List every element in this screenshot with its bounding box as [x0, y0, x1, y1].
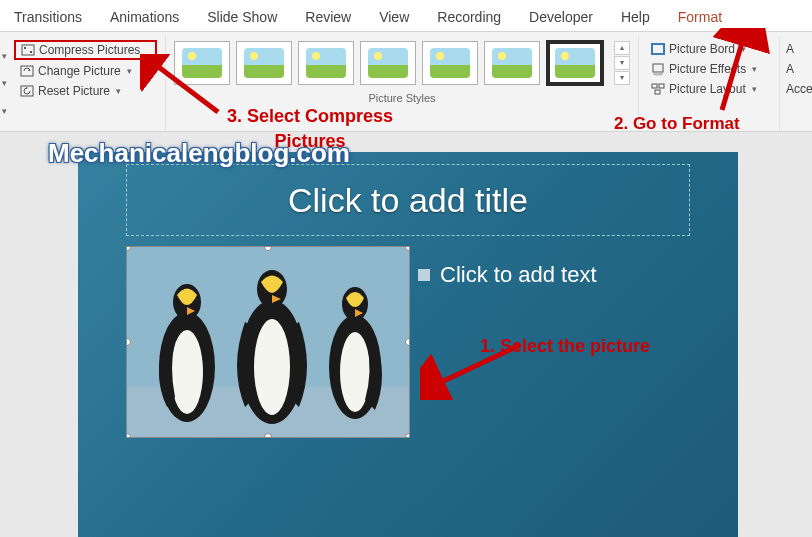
picture-format-group: Picture Bord ▾ Picture Effects ▾ Picture…: [639, 36, 779, 131]
accessibility-label: Acce: [784, 80, 812, 98]
picture-border-button[interactable]: Picture Bord ▾: [647, 40, 771, 58]
svg-rect-3: [652, 44, 664, 54]
svg-rect-7: [659, 84, 664, 88]
ribbon: ▾ ▾ ▾ Compress Pictures Change Picture ▾…: [0, 32, 812, 132]
tab-transitions[interactable]: Transitions: [0, 3, 96, 31]
chevron-down-icon: ▾: [741, 44, 746, 54]
style-thumb-6[interactable]: [484, 41, 540, 85]
layout-icon: [651, 82, 665, 96]
alt-text-a1[interactable]: A: [784, 40, 812, 58]
ribbon-tabs: Transitions Animations Slide Show Review…: [0, 0, 812, 32]
svg-rect-0: [22, 45, 34, 55]
tab-help[interactable]: Help: [607, 3, 664, 31]
chevron-down-icon: ▾: [127, 66, 132, 76]
slide-canvas[interactable]: Click to add title Click to add text: [0, 132, 812, 537]
chevron-down-icon: ▾: [116, 86, 121, 96]
effects-icon: [651, 62, 665, 76]
svg-rect-6: [652, 84, 657, 88]
style-thumb-5[interactable]: [422, 41, 478, 85]
compress-label: Compress Pictures: [39, 43, 140, 57]
tab-recording[interactable]: Recording: [423, 3, 515, 31]
title-text: Click to add title: [288, 181, 528, 220]
chevron-down-icon: ▾: [752, 84, 757, 94]
reset-label: Reset Picture: [38, 84, 110, 98]
style-thumb-3[interactable]: [298, 41, 354, 85]
chevron-down-icon: ▾: [752, 64, 757, 74]
svg-point-12: [171, 330, 203, 414]
layout-label: Picture Layout: [669, 82, 746, 96]
picture-layout-button[interactable]: Picture Layout ▾: [647, 80, 771, 98]
penguins-image: [127, 247, 410, 438]
svg-rect-1: [21, 66, 33, 76]
title-placeholder[interactable]: Click to add title: [126, 164, 690, 236]
alt-text-a2[interactable]: A: [784, 60, 812, 78]
style-thumb-2[interactable]: [236, 41, 292, 85]
change-picture-button[interactable]: Change Picture ▾: [14, 62, 157, 80]
tab-slideshow[interactable]: Slide Show: [193, 3, 291, 31]
change-label: Change Picture: [38, 64, 121, 78]
styles-scroll-up[interactable]: ▴: [614, 41, 630, 55]
style-thumb-1[interactable]: [174, 41, 230, 85]
picture-effects-button[interactable]: Picture Effects ▾: [647, 60, 771, 78]
right-partial-group: A A Acce: [779, 36, 812, 131]
compress-icon: [21, 43, 35, 57]
compress-pictures-button[interactable]: Compress Pictures: [14, 40, 157, 60]
tab-animations[interactable]: Animations: [96, 3, 193, 31]
style-thumb-7[interactable]: [546, 40, 604, 86]
styles-gallery-controls: ▴ ▾ ▾: [614, 41, 630, 85]
svg-rect-8: [655, 90, 660, 94]
picture-styles-group: ▴ ▾ ▾ Picture Styles: [166, 36, 639, 131]
reset-picture-icon: [20, 84, 34, 98]
inserted-picture[interactable]: [126, 246, 410, 438]
adjust-group: Compress Pictures Change Picture ▾ Reset…: [6, 36, 166, 131]
watermark-text: Mechanicalengblog.com: [48, 138, 350, 169]
content-placeholder[interactable]: Click to add text: [418, 262, 718, 288]
tab-format[interactable]: Format: [664, 3, 736, 31]
resize-handle[interactable]: [405, 246, 410, 251]
svg-point-5: [653, 73, 663, 76]
slide[interactable]: Click to add title Click to add text: [78, 152, 738, 537]
border-icon: [651, 42, 665, 56]
picture-styles-label: Picture Styles: [368, 92, 435, 104]
styles-scroll-down[interactable]: ▾: [614, 56, 630, 70]
bullet-icon: [418, 269, 430, 281]
svg-rect-4: [653, 64, 663, 72]
border-label: Picture Bord: [669, 42, 735, 56]
resize-handle[interactable]: [264, 433, 272, 438]
content-text: Click to add text: [440, 262, 597, 288]
style-thumb-4[interactable]: [360, 41, 416, 85]
resize-handle[interactable]: [405, 338, 410, 346]
svg-point-15: [254, 319, 290, 415]
tab-review[interactable]: Review: [291, 3, 365, 31]
resize-handle[interactable]: [405, 433, 410, 438]
reset-picture-button[interactable]: Reset Picture ▾: [14, 82, 157, 100]
tab-developer[interactable]: Developer: [515, 3, 607, 31]
effects-label: Picture Effects: [669, 62, 746, 76]
tab-view[interactable]: View: [365, 3, 423, 31]
change-picture-icon: [20, 64, 34, 78]
resize-handle[interactable]: [126, 433, 131, 438]
styles-expand[interactable]: ▾: [614, 71, 630, 85]
